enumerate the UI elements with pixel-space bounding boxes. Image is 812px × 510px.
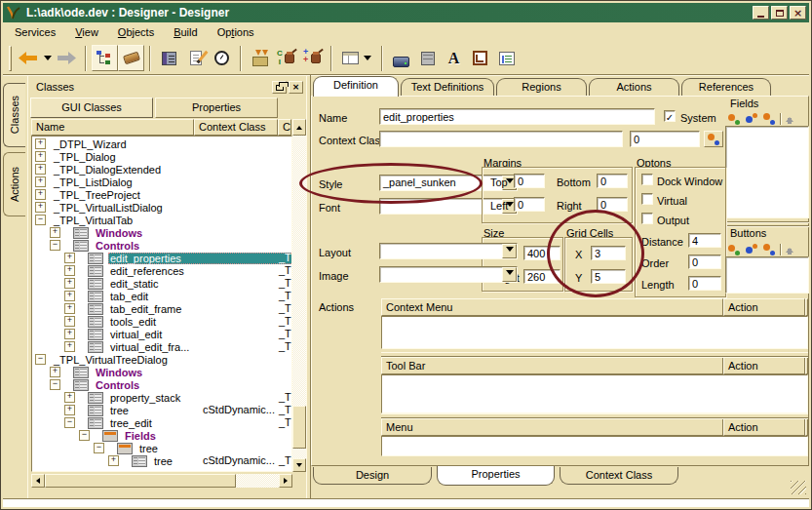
dock-window-checkbox[interactable] — [641, 174, 653, 185]
tab-text-definitions[interactable]: Text Definitions — [401, 78, 494, 96]
expand-icon[interactable]: + — [64, 303, 75, 314]
tree-row-edit-properties[interactable]: +edit_properties_T — [32, 252, 292, 264]
tree-row-windows[interactable]: +Windows — [32, 226, 292, 239]
back-history-button[interactable] — [41, 45, 54, 71]
margin-left-input[interactable] — [514, 197, 545, 212]
dropdown-button[interactable] — [502, 267, 517, 282]
compile-ci-button[interactable]: CI — [273, 45, 299, 71]
tab-properties[interactable]: Properties — [155, 98, 278, 118]
collapse-icon[interactable]: − — [35, 215, 46, 225]
tree-row-edit-static[interactable]: +edit_static_T — [32, 277, 292, 290]
tree-row-tree[interactable]: +treecStdDynamic..._T — [32, 454, 292, 467]
dropdown-button[interactable] — [502, 244, 517, 258]
image-combo[interactable] — [379, 266, 518, 283]
tree-row-virtual-edit[interactable]: +virtual_edit_T — [32, 328, 292, 340]
edit-button-icon[interactable] — [745, 244, 758, 255]
eraser-button[interactable] — [118, 45, 144, 71]
forward-button[interactable] — [54, 45, 80, 71]
tree-row-controls[interactable]: −Controls — [32, 378, 292, 391]
margin-right-input[interactable] — [597, 197, 628, 212]
tree-row-controls[interactable]: −Controls — [32, 239, 292, 252]
tree-row-windows[interactable]: +Windows — [32, 366, 292, 378]
tree-row-tab-edit-frame[interactable]: +tab_edit_frame_T — [32, 302, 292, 315]
menu-list[interactable] — [381, 436, 808, 456]
float-panel-button[interactable] — [272, 81, 287, 94]
column-header-action[interactable]: Action — [723, 418, 805, 436]
drive-button[interactable] — [388, 45, 414, 71]
scroll-down-button[interactable] — [292, 458, 306, 472]
column-header-action[interactable]: Action — [723, 357, 805, 374]
tab-regions[interactable]: Regions — [496, 78, 587, 96]
expand-icon[interactable]: + — [50, 227, 60, 238]
add-field-icon[interactable] — [727, 113, 741, 125]
tab-definition[interactable]: Definition — [313, 76, 399, 97]
width-input[interactable] — [523, 246, 561, 260]
horizontal-scrollbar[interactable] — [31, 474, 292, 488]
dock-tab-actions[interactable]: Actions — [3, 152, 25, 216]
move-up-icon[interactable] — [785, 113, 795, 125]
layout-combo[interactable] — [379, 243, 518, 259]
vertical-scrollbar[interactable] — [292, 136, 306, 472]
link-button[interactable] — [467, 45, 493, 71]
expand-icon[interactable]: + — [64, 341, 75, 352]
tree-view-button[interactable] — [92, 45, 118, 71]
tree-row-tools-edit[interactable]: +tools_edit_T — [32, 315, 292, 328]
bottom-tab-context-class[interactable]: Context Class — [560, 467, 678, 485]
tab-gui-classes[interactable]: GUI Classes — [30, 98, 153, 118]
tree-row-property-stack[interactable]: +property_stack_T — [32, 391, 292, 404]
tool-bar-list[interactable] — [381, 374, 808, 413]
buttons-list[interactable] — [725, 256, 809, 294]
form-select-button[interactable] — [337, 45, 376, 71]
minimize-button[interactable] — [753, 6, 769, 20]
close-panel-button[interactable]: × — [289, 81, 303, 94]
stopwatch-button[interactable] — [209, 45, 235, 71]
menu-view[interactable]: View — [67, 24, 106, 40]
expand-icon[interactable]: + — [64, 316, 75, 327]
table-splitter[interactable] — [381, 352, 808, 357]
edit-document-button[interactable] — [182, 45, 209, 71]
expand-icon[interactable]: + — [64, 329, 75, 339]
table-splitter[interactable] — [381, 413, 808, 418]
collapse-icon[interactable]: − — [94, 443, 104, 453]
move-up-icon[interactable] — [785, 244, 795, 255]
menu-options[interactable]: Options — [210, 24, 262, 40]
back-button[interactable] — [15, 45, 41, 71]
scrollbar-thumb[interactable] — [292, 406, 306, 449]
expand-icon[interactable]: + — [35, 177, 46, 187]
expand-icon[interactable]: + — [50, 367, 60, 377]
column-header-menu[interactable]: Menu — [381, 418, 723, 436]
expand-icon[interactable]: + — [64, 253, 75, 263]
collapse-icon[interactable]: − — [79, 430, 90, 441]
expand-icon[interactable]: + — [64, 392, 75, 403]
menu-services[interactable]: Services — [7, 24, 63, 40]
expand-icon[interactable]: + — [35, 138, 46, 149]
tree-row-edit-references[interactable]: +edit_references_T — [32, 264, 292, 277]
height-input[interactable] — [523, 269, 561, 284]
column-header-cl[interactable]: Cl — [278, 119, 291, 136]
expand-icon[interactable]: + — [64, 291, 75, 301]
column-header-context-class[interactable]: Context Class — [194, 119, 278, 136]
tree-row-tpl-dialog[interactable]: +_TPL_Dialog — [32, 150, 292, 163]
delete-button-icon[interactable] — [762, 244, 776, 255]
output-checkbox[interactable] — [641, 213, 653, 224]
column-header-context-menu[interactable]: Context Menu — [381, 298, 723, 316]
book-button[interactable] — [156, 45, 182, 71]
bottom-tab-properties[interactable]: Properties — [437, 466, 555, 486]
edit-field-icon[interactable] — [745, 113, 758, 125]
font-button[interactable]: A — [441, 45, 467, 71]
tree-row-tpl-virtuallistdialog[interactable]: +_TPL_VirtualListDialog — [32, 201, 292, 214]
tree-row-tpl-virtualtreedialog[interactable]: −_TPL_VirtualTreeDialog — [32, 353, 292, 366]
grid-y-input[interactable] — [591, 269, 626, 284]
collapse-icon[interactable]: − — [50, 240, 60, 251]
collapse-icon[interactable]: − — [64, 417, 75, 428]
tree-row-tpl-listdialog[interactable]: +_TPL_ListDialog — [32, 176, 292, 188]
expand-icon[interactable]: + — [64, 278, 75, 289]
expand-icon[interactable]: + — [64, 405, 75, 415]
tab-actions[interactable]: Actions — [589, 78, 679, 96]
tab-references[interactable]: References — [681, 78, 771, 96]
tree-row-tree-edit[interactable]: −tree_edit_T — [32, 416, 292, 429]
menu-objects[interactable]: Objects — [110, 24, 162, 40]
expand-icon[interactable]: + — [108, 455, 119, 466]
tree-row-tpl-dialogextended[interactable]: +_TPL_DialogExtended — [32, 163, 292, 176]
scroll-left-button[interactable] — [31, 474, 45, 488]
